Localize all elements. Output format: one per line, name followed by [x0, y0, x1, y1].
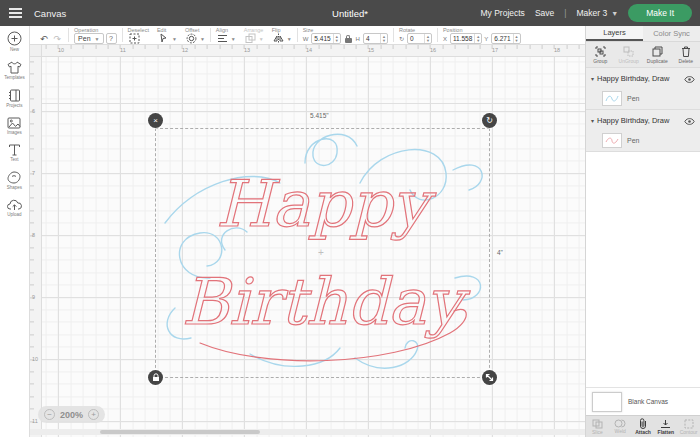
group-button[interactable]: Group: [586, 42, 615, 67]
shapes-icon: [7, 171, 21, 184]
arrange-icon[interactable]: [244, 33, 257, 44]
height-label: H: [356, 36, 360, 42]
sidebar-item-projects[interactable]: Projects: [6, 89, 22, 108]
x-label: X: [443, 36, 447, 42]
blank-canvas-row: Blank Canvas: [586, 387, 700, 415]
delete-button[interactable]: Delete: [672, 42, 700, 67]
ruler-number: 6: [32, 108, 35, 114]
layer-item-row[interactable]: Pen: [586, 88, 700, 110]
operation-dropdown[interactable]: Pen▼: [74, 33, 103, 44]
machine-selector[interactable]: Maker 3▼: [576, 8, 618, 18]
zoom-out-button[interactable]: −: [44, 409, 55, 420]
layers-panel: Layers Color Sync Group UnGroup Duplicat…: [585, 26, 700, 437]
edit-toolbar: ↶ ↷ Operation Pen▼ ? Deselect Edit: [30, 26, 585, 45]
sidebar-item-text[interactable]: Text: [8, 144, 21, 162]
weld-button[interactable]: Weld: [609, 416, 632, 437]
tab-layers[interactable]: Layers: [586, 26, 643, 41]
remove-handle[interactable]: ×: [148, 113, 163, 128]
ruler-number: 16: [430, 47, 436, 53]
chevron-down-icon[interactable]: ▼: [231, 36, 236, 42]
close-icon: ×: [153, 116, 158, 125]
chevron-down-icon[interactable]: ▼: [200, 36, 205, 42]
my-projects-link[interactable]: My Projects: [480, 8, 524, 18]
sidebar-item-templates[interactable]: Templates: [4, 61, 25, 80]
resize-handle[interactable]: [482, 370, 497, 385]
weld-icon: [614, 419, 626, 428]
scrollbar-thumb[interactable]: [100, 430, 260, 434]
help-button[interactable]: ?: [106, 33, 117, 44]
top-bar: Canvas Untitled* My Projects Save | Make…: [0, 0, 700, 26]
y-field[interactable]: 6.271 ▲▼: [491, 33, 520, 44]
ruler-number: 10: [58, 47, 64, 53]
redo-icon[interactable]: ↷: [52, 34, 64, 44]
ruler-number: 15: [368, 47, 374, 53]
sidebar-item-shapes[interactable]: Shapes: [7, 171, 22, 190]
undo-icon[interactable]: ↶: [38, 34, 50, 44]
height-stepper[interactable]: ▲▼: [380, 34, 387, 43]
deselect-icon[interactable]: [128, 33, 141, 44]
ruler-number: 11: [32, 418, 38, 424]
trash-icon: [681, 46, 691, 57]
canvas-color-swatch[interactable]: [592, 392, 622, 412]
layer-tools-bar: Slice Weld Attach Flatten Contour: [586, 415, 700, 437]
sidebar-item-images[interactable]: Images: [7, 117, 22, 135]
sidebar-item-upload[interactable]: Upload: [7, 199, 22, 217]
ruler-number: 10: [32, 356, 38, 362]
topbar-separator: |: [564, 8, 566, 18]
tab-color-sync[interactable]: Color Sync: [643, 26, 700, 41]
chevron-down-icon[interactable]: ▼: [172, 36, 177, 42]
y-stepper[interactable]: ▲▼: [513, 34, 520, 43]
cricut-design-space-app: Canvas Untitled* My Projects Save | Make…: [0, 0, 700, 437]
selection-bounding-box[interactable]: [155, 128, 490, 378]
rotate-field[interactable]: 0 ▲▼: [407, 33, 432, 44]
visibility-eye-icon[interactable]: [684, 111, 695, 129]
menu-icon[interactable]: [0, 0, 30, 26]
x-stepper[interactable]: ▲▼: [474, 34, 481, 43]
contour-icon: [684, 419, 694, 429]
ruler-number: 14: [306, 47, 312, 53]
selection-height-label: 4": [497, 249, 503, 256]
attach-button[interactable]: Attach: [632, 416, 655, 437]
ungroup-icon: [623, 46, 634, 57]
chevron-down-icon[interactable]: ▾: [591, 117, 594, 124]
ungroup-button[interactable]: UnGroup: [615, 42, 644, 67]
width-label: W: [303, 36, 309, 42]
project-title: Untitled*: [332, 8, 368, 19]
horizontal-scrollbar[interactable]: [30, 429, 585, 435]
duplicate-button[interactable]: Duplicate: [643, 42, 672, 67]
save-link[interactable]: Save: [535, 8, 554, 18]
height-field[interactable]: 4 ▲▼: [363, 33, 388, 44]
chevron-down-icon: ▼: [95, 36, 100, 42]
sidebar-item-new[interactable]: New: [7, 31, 22, 52]
x-field[interactable]: 11.558 ▲▼: [450, 33, 482, 44]
chevron-down-icon: ▼: [259, 36, 264, 42]
visibility-eye-icon[interactable]: [684, 69, 695, 87]
rotate-handle[interactable]: ↻: [482, 113, 497, 128]
lock-icon[interactable]: [345, 35, 352, 43]
width-field[interactable]: 5.415 ▲▼: [311, 33, 340, 44]
layer-thumbnail: [602, 133, 622, 148]
contour-button[interactable]: Contour: [677, 416, 700, 437]
lock-handle[interactable]: [148, 370, 163, 385]
chevron-down-icon[interactable]: ▼: [287, 36, 292, 42]
flatten-button[interactable]: Flatten: [654, 416, 677, 437]
zoom-in-button[interactable]: +: [88, 409, 99, 420]
ruler-number: 17: [492, 47, 498, 53]
make-it-button[interactable]: Make It: [628, 4, 692, 22]
left-sidebar: New Templates Projects Images Text Shape…: [0, 26, 30, 437]
edit-icon[interactable]: [157, 33, 170, 44]
layer-item-row[interactable]: Pen: [586, 130, 700, 152]
ruler-number: 7: [32, 170, 35, 176]
layer-thumbnail: [602, 91, 622, 106]
flip-icon[interactable]: [272, 33, 285, 44]
offset-icon[interactable]: [185, 33, 198, 44]
slice-icon: [592, 419, 603, 429]
layer-group-row[interactable]: ▾ Happy Birthday, Draw: [586, 110, 700, 130]
duplicate-icon: [652, 46, 663, 57]
align-icon[interactable]: [216, 33, 229, 44]
chevron-down-icon[interactable]: ▾: [591, 75, 594, 82]
width-stepper[interactable]: ▲▼: [333, 34, 340, 43]
layer-group-row[interactable]: ▾ Happy Birthday, Draw: [586, 68, 700, 88]
rotate-stepper[interactable]: ▲▼: [424, 34, 431, 43]
slice-button[interactable]: Slice: [586, 416, 609, 437]
